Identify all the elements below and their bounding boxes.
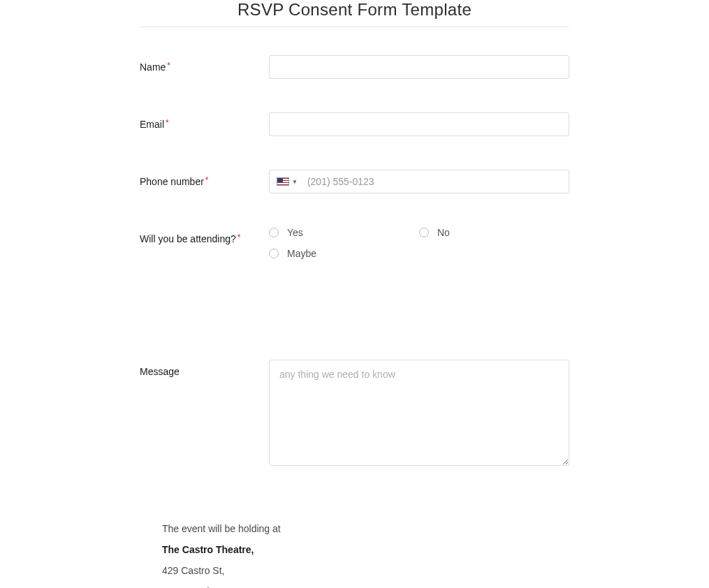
field-attending-row: Will you be attending?* Yes No Maybe: [140, 227, 569, 269]
phone-input-wrap: ▼: [269, 170, 569, 193]
phone-input[interactable]: [302, 170, 569, 193]
field-email-row: Email*: [140, 112, 569, 136]
event-street: 429 Castro St,: [162, 565, 569, 576]
required-indicator: *: [205, 175, 209, 185]
event-info: The event will be holding at The Castro …: [140, 523, 569, 588]
radio-circle-icon: [269, 249, 279, 258]
required-indicator: *: [237, 233, 241, 242]
event-intro: The event will be holding at: [162, 523, 569, 534]
required-indicator: *: [166, 118, 169, 128]
us-flag-icon: [277, 177, 289, 186]
field-phone-row: Phone number* ▼: [140, 170, 569, 193]
radio-option-yes[interactable]: Yes: [269, 227, 419, 238]
name-label: Name: [140, 61, 166, 73]
radio-option-no[interactable]: No: [419, 227, 569, 238]
message-label: Message: [140, 366, 180, 377]
phone-label: Phone number: [140, 176, 204, 187]
event-venue: The Castro Theatre,: [162, 544, 569, 555]
email-label: Email: [140, 119, 164, 130]
form-title: RSVP Consent Form Template: [140, 0, 569, 27]
radio-label-yes: Yes: [287, 227, 303, 238]
field-message-row: Message: [140, 360, 569, 469]
attending-radio-group: Yes No Maybe: [269, 227, 569, 269]
radio-circle-icon: [269, 228, 279, 237]
radio-label-maybe: Maybe: [287, 248, 316, 259]
radio-label-no: No: [437, 227, 450, 238]
field-name-row: Name*: [140, 55, 569, 79]
name-input[interactable]: [269, 55, 569, 79]
message-textarea[interactable]: [269, 360, 569, 466]
country-selector[interactable]: ▼: [270, 177, 302, 186]
required-indicator: *: [167, 61, 170, 71]
radio-option-maybe[interactable]: Maybe: [269, 248, 419, 259]
chevron-down-icon: ▼: [292, 179, 298, 185]
email-input[interactable]: [269, 112, 569, 136]
attending-label: Will you be attending?: [140, 233, 236, 244]
radio-circle-icon: [419, 228, 429, 237]
